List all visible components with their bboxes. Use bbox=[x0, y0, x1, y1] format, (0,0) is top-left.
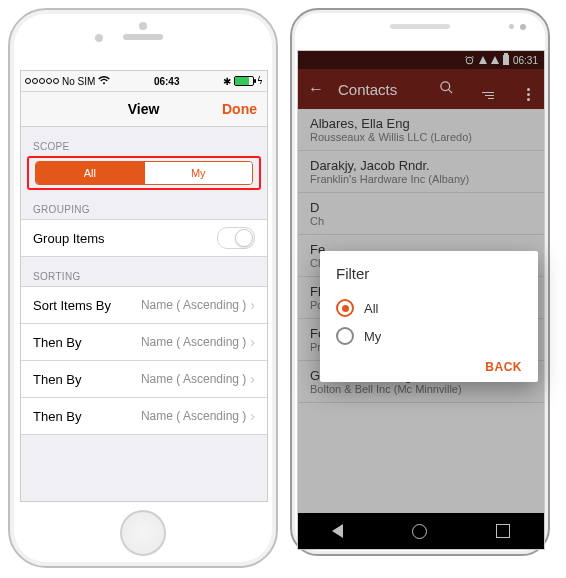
sort-row-value: Name ( Ascending ) bbox=[141, 298, 246, 312]
ios-content: SCOPE All My GROUPING Group Items SORTIN… bbox=[21, 127, 267, 501]
dialog-back-button[interactable]: BACK bbox=[485, 360, 522, 374]
contact-subtitle: Ch bbox=[310, 215, 532, 227]
chevron-right-icon: › bbox=[250, 408, 255, 424]
bluetooth-icon: ✱ bbox=[223, 76, 231, 87]
signal-dots bbox=[25, 78, 59, 84]
sort-row-label: Then By bbox=[33, 335, 81, 350]
nav-home-icon[interactable] bbox=[412, 524, 427, 539]
toolbar-title: Contacts bbox=[338, 81, 397, 98]
sort-row-label: Then By bbox=[33, 409, 81, 424]
battery-icon bbox=[234, 76, 254, 86]
scope-header: SCOPE bbox=[21, 127, 267, 156]
contact-subtitle: Rousseaux & Willis LLC (Laredo) bbox=[310, 131, 532, 143]
chevron-right-icon: › bbox=[250, 371, 255, 387]
sort-row-value: Name ( Ascending ) bbox=[141, 335, 246, 349]
sort-row-3[interactable]: Then By Name ( Ascending )› bbox=[21, 398, 267, 435]
contact-subtitle: Franklin's Hardware Inc (Albany) bbox=[310, 173, 532, 185]
sort-row-1[interactable]: Then By Name ( Ascending )› bbox=[21, 324, 267, 361]
clock: 06:31 bbox=[513, 55, 538, 66]
filter-option-all[interactable]: All bbox=[336, 294, 522, 322]
chevron-right-icon: › bbox=[250, 334, 255, 350]
grouping-header: GROUPING bbox=[21, 190, 267, 219]
contact-name: Darakjy, Jacob Rndr. bbox=[310, 158, 532, 173]
android-screen: 06:31 ← Contacts Albares, Ella Eng Rouss… bbox=[297, 50, 545, 550]
list-item[interactable]: Darakjy, Jacob Rndr. Franklin's Hardware… bbox=[298, 151, 544, 193]
filter-dialog: Filter All My BACK bbox=[320, 251, 538, 382]
ios-screen: No SIM 06:43 ✱ ϟ View Done SCOPE All bbox=[20, 70, 268, 502]
ios-nav-bar: View Done bbox=[21, 92, 267, 127]
chevron-right-icon: › bbox=[250, 297, 255, 313]
done-button[interactable]: Done bbox=[222, 101, 257, 117]
svg-point-0 bbox=[441, 82, 450, 91]
sensor bbox=[509, 24, 514, 29]
overflow-menu-icon[interactable] bbox=[522, 78, 534, 101]
signal-icon-2 bbox=[491, 56, 499, 64]
scope-option-all[interactable]: All bbox=[36, 162, 144, 184]
android-device: 06:31 ← Contacts Albares, Ella Eng Rouss… bbox=[290, 8, 550, 556]
iphone-device: No SIM 06:43 ✱ ϟ View Done SCOPE All bbox=[8, 8, 278, 568]
toolbar: ← Contacts bbox=[298, 69, 544, 109]
clock: 06:43 bbox=[154, 76, 180, 87]
scope-option-my[interactable]: My bbox=[144, 162, 253, 184]
radio-icon bbox=[336, 327, 354, 345]
phone-speaker bbox=[123, 34, 163, 40]
sort-icon[interactable] bbox=[482, 80, 494, 99]
signal-icon bbox=[479, 56, 487, 64]
sort-row-label: Then By bbox=[33, 372, 81, 387]
group-items-row[interactable]: Group Items bbox=[21, 219, 267, 257]
sort-row-2[interactable]: Then By Name ( Ascending )› bbox=[21, 361, 267, 398]
sort-row-0[interactable]: Sort Items By Name ( Ascending )› bbox=[21, 286, 267, 324]
wifi-icon bbox=[98, 76, 110, 87]
radio-icon bbox=[336, 299, 354, 317]
carrier-label: No SIM bbox=[62, 76, 95, 87]
front-camera bbox=[95, 34, 103, 42]
page-title: View bbox=[128, 101, 160, 117]
group-items-label: Group Items bbox=[33, 231, 105, 246]
dialog-title: Filter bbox=[336, 265, 522, 282]
list-item[interactable]: D Ch bbox=[298, 193, 544, 235]
option-label: My bbox=[364, 329, 381, 344]
android-nav-bar bbox=[298, 513, 544, 549]
battery-icon bbox=[503, 55, 509, 65]
scope-highlight: All My bbox=[27, 156, 261, 190]
search-icon[interactable] bbox=[439, 80, 454, 98]
filter-option-my[interactable]: My bbox=[336, 322, 522, 350]
contact-subtitle: Bolton & Bell Inc (Mc Minnville) bbox=[310, 383, 532, 395]
nav-recent-icon[interactable] bbox=[496, 524, 510, 538]
sort-row-value: Name ( Ascending ) bbox=[141, 409, 246, 423]
nav-back-icon[interactable] bbox=[332, 524, 343, 538]
contact-name: D bbox=[310, 200, 532, 215]
alarm-icon bbox=[464, 55, 475, 66]
front-camera bbox=[520, 24, 526, 30]
svg-line-1 bbox=[449, 89, 453, 93]
sorting-header: SORTING bbox=[21, 257, 267, 286]
proximity-sensor bbox=[139, 22, 147, 30]
scope-segmented-control[interactable]: All My bbox=[35, 161, 253, 185]
option-label: All bbox=[364, 301, 378, 316]
contact-name: Albares, Ella Eng bbox=[310, 116, 532, 131]
android-status-bar: 06:31 bbox=[298, 51, 544, 69]
phone-speaker bbox=[390, 24, 450, 29]
ios-status-bar: No SIM 06:43 ✱ ϟ bbox=[21, 71, 267, 92]
back-arrow-icon[interactable]: ← bbox=[308, 80, 324, 98]
charging-icon: ϟ bbox=[257, 76, 263, 86]
sort-row-value: Name ( Ascending ) bbox=[141, 372, 246, 386]
home-button[interactable] bbox=[120, 510, 166, 556]
list-item[interactable]: Albares, Ella Eng Rousseaux & Willis LLC… bbox=[298, 109, 544, 151]
group-items-switch[interactable] bbox=[217, 227, 255, 249]
sort-row-label: Sort Items By bbox=[33, 298, 111, 313]
